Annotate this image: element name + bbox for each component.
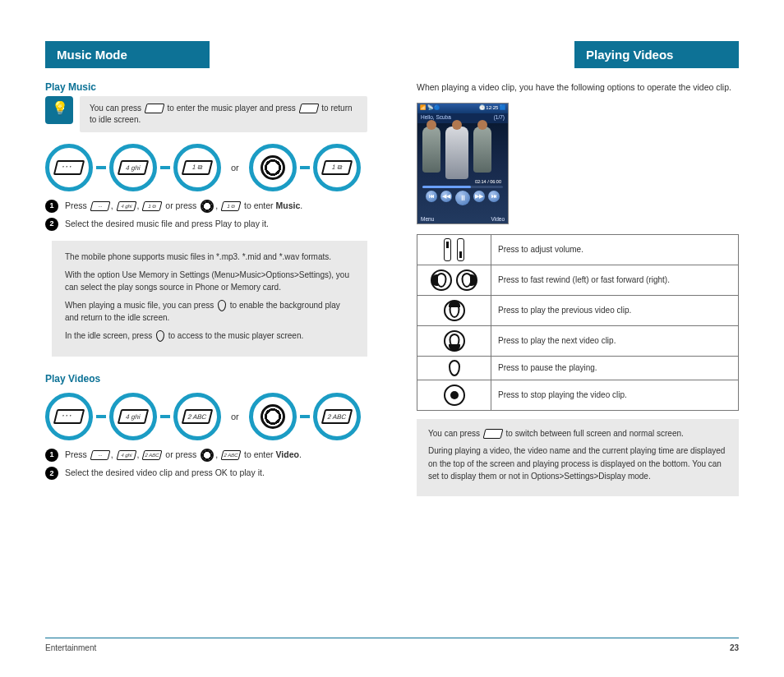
bullet-1-icon: 1 (45, 449, 58, 462)
icon-cell (417, 295, 491, 325)
control-desc: Press to fast rewind (left) or fast forw… (491, 265, 739, 295)
table-row: Press to play the previous video clip. (417, 295, 739, 325)
table-row: Press to play the next video clip. (417, 325, 739, 356)
phone-status-bar: 📶 📡 🔵 🕒 12:25 🟦 (417, 104, 508, 113)
key-menu-icon (45, 393, 93, 440)
infobox-line: With the option Use Memory in Settings (… (65, 269, 354, 294)
forward-icon: ▶▶ (473, 191, 485, 202)
chain-dash-icon (300, 166, 310, 169)
footer-section: Entertainment (45, 643, 96, 652)
control-desc: Press to pause the playing. (491, 356, 739, 380)
section-title-music-mode: Music Mode (45, 41, 210, 68)
step-2: 2 Select the desired music file and pres… (45, 218, 367, 231)
tip-line: During playing a video, the video name a… (428, 444, 727, 483)
bullet-2-icon: 2 (45, 218, 58, 231)
key-4-icon: 4 ghi (109, 393, 157, 440)
nav-right-icon (456, 269, 477, 291)
table-row: Press to adjust volume. (417, 234, 739, 265)
key-1-icon: 1 ⧉ (221, 201, 242, 211)
key-back-icon (298, 104, 319, 113)
table-row: Press to pause the playing. (417, 356, 739, 380)
info-box-music: The mobile phone supports music files in… (52, 241, 367, 357)
tip-icon (45, 96, 73, 124)
key-2-icon: 2 ABC (173, 393, 221, 440)
nav-up-icon (444, 300, 465, 321)
control-desc: Press to adjust volume. (491, 234, 739, 265)
infobox-line: In the idle screen, press to access to t… (65, 329, 354, 343)
key-1-icon: 1 ⧉ (313, 144, 361, 191)
chain-or: or (231, 412, 239, 421)
section-title-playing-videos: Playing Videos (574, 41, 739, 68)
video-figures (422, 127, 491, 179)
key-right-soft-icon (482, 429, 503, 439)
progress-bar-icon (422, 186, 503, 188)
phone-video-area: 02:14 / 06:00 ⏮ ◀◀ ⏸ ▶▶ ⏭ Menu Video (417, 123, 508, 223)
icon-cell (417, 356, 491, 380)
infobox-line: When playing a music file, you can press… (65, 299, 354, 325)
volume-down-key-icon (457, 238, 464, 261)
pause-icon: ⏸ (455, 191, 470, 205)
key-menu-icon: ··· (90, 201, 110, 211)
subtitle-play-videos: Play Videos (45, 373, 367, 385)
prev-icon: ⏮ (426, 191, 437, 202)
nav-left-icon (431, 269, 452, 291)
step-1-text: Press ···, 4 ghi, 1 ⧉ or press , 1 ⧉ to … (65, 200, 367, 213)
key-nav-icon (201, 200, 214, 213)
phone-softkeys: Menu Video (421, 216, 505, 222)
key-4-icon: 4 ghi (109, 144, 157, 191)
chain-dash-icon (300, 415, 310, 418)
phone-title: Hello, Scuba (421, 114, 451, 122)
nav-chain-music: 4 ghi 1 ⧉ or 1 ⧉ (45, 144, 367, 191)
key-right-soft-icon (144, 104, 164, 113)
volume-up-key-icon (444, 238, 451, 261)
infobox-line: The mobile phone supports music files in… (65, 251, 354, 264)
key-2-icon: 2 ABC (313, 393, 361, 440)
key-4-icon: 4 ghi (116, 450, 136, 460)
next-icon: ⏭ (488, 191, 500, 202)
key-1-icon: 1 ⧉ (142, 201, 163, 211)
key-drop-icon (218, 300, 226, 311)
nav-center-press-icon (444, 385, 465, 406)
icon-cell (417, 325, 491, 356)
control-desc: Press to stop playing the video clip. (491, 380, 739, 410)
key-nav-center-icon (249, 393, 297, 440)
icon-cell (417, 234, 491, 265)
tip-text: You can press to enter the music player … (80, 96, 367, 132)
tip-line: You can press to switch between full scr… (428, 427, 727, 440)
key-nav-icon (201, 449, 214, 462)
phone-counter: (1/7) (494, 114, 505, 122)
left-column: Music Mode Play Music You can press to e… (45, 41, 367, 496)
intro-text: When playing a video clip, you have the … (417, 81, 739, 94)
page-footer: Entertainment 23 (45, 638, 739, 652)
chain-or: or (231, 163, 239, 173)
key-2-icon: 2 ABC (221, 450, 242, 460)
softkey-right: Video (491, 216, 505, 222)
rewind-icon: ◀◀ (440, 191, 452, 202)
table-row: Press to stop playing the video clip. (417, 380, 739, 410)
nav-chain-video: 4 ghi 2 ABC or 2 ABC (45, 393, 367, 440)
page-number: 23 (730, 643, 739, 652)
step-2-text: Select the desired music file and press … (65, 218, 367, 231)
step-1: 1 Press ···, 4 ghi, 1 ⧉ or press , 1 ⧉ t… (45, 200, 367, 213)
control-desc: Press to play the next video clip. (491, 325, 739, 356)
step-3: 1 Press ···, 4 ghi, 2 ABC or press , 2 A… (45, 449, 367, 462)
icon-cell (417, 265, 491, 295)
softkey-left: Menu (421, 216, 434, 222)
table-row: Press to fast rewind (left) or fast forw… (417, 265, 739, 295)
figure-icon (422, 127, 440, 173)
nav-ok-icon (449, 360, 460, 376)
tip-music-shortcut: You can press to enter the music player … (45, 96, 367, 132)
bullet-2-icon: 2 (45, 467, 58, 480)
status-left: 📶 📡 🔵 (420, 104, 440, 113)
key-1-icon: 1 ⧉ (173, 144, 221, 191)
step-3-text: Press ···, 4 ghi, 2 ABC or press , 2 ABC… (65, 449, 367, 462)
key-drop-icon (156, 330, 164, 342)
right-column: Playing Videos When playing a video clip… (417, 41, 739, 496)
controls-table: Press to adjust volume. Press to fast re… (417, 234, 739, 411)
key-2-icon: 2 ABC (142, 450, 163, 460)
chain-dash-icon (96, 415, 106, 418)
key-4-icon: 4 ghi (116, 201, 136, 211)
key-menu-icon: ··· (90, 450, 110, 460)
phone-screenshot: 📶 📡 🔵 🕒 12:25 🟦 Hello, Scuba (1/7) 02:14… (417, 103, 509, 224)
nav-down-icon (444, 330, 465, 352)
